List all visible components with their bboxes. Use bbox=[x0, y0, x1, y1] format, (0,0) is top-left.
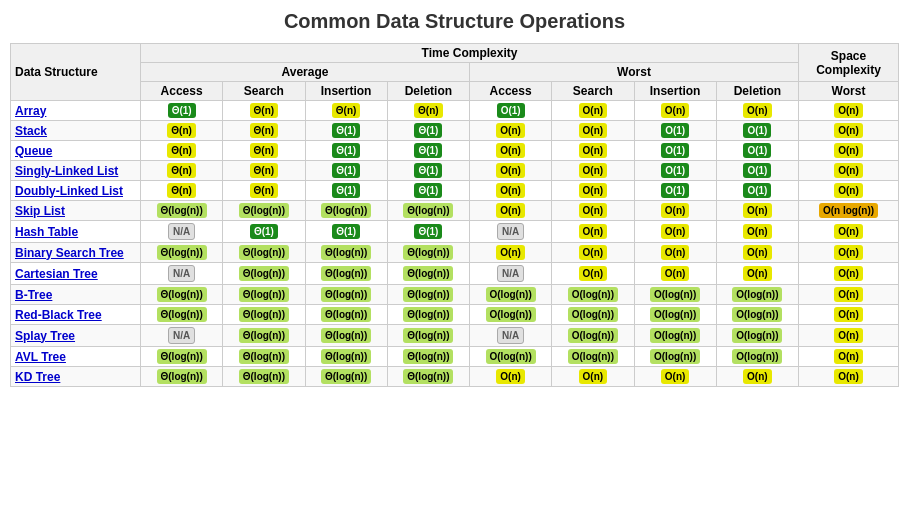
complexity-cell: Θ(n) bbox=[223, 121, 305, 141]
complexity-cell: O(log(n)) bbox=[634, 285, 716, 305]
complexity-badge: Θ(n) bbox=[250, 123, 279, 138]
complexity-badge: Θ(1) bbox=[332, 224, 360, 239]
ds-name[interactable]: Hash Table bbox=[11, 221, 141, 243]
complexity-badge: Θ(n) bbox=[250, 103, 279, 118]
ds-name[interactable]: Binary Search Tree bbox=[11, 243, 141, 263]
complexity-cell: Θ(log(n)) bbox=[223, 263, 305, 285]
complexity-badge: Θ(log(n)) bbox=[403, 287, 453, 302]
complexity-cell: Θ(1) bbox=[305, 221, 387, 243]
complexity-badge: O(n) bbox=[579, 123, 608, 138]
table-row: ArrayΘ(1)Θ(n)Θ(n)Θ(n)O(1)O(n)O(n)O(n)O(n… bbox=[11, 101, 899, 121]
complexity-badge: Θ(log(n)) bbox=[239, 287, 289, 302]
complexity-cell: O(n) bbox=[799, 161, 899, 181]
complexity-cell: O(1) bbox=[634, 161, 716, 181]
complexity-badge: Θ(log(n)) bbox=[403, 349, 453, 364]
col-worst-access: Access bbox=[470, 82, 552, 101]
complexity-badge: O(log(n)) bbox=[650, 287, 700, 302]
complexity-badge: O(log(n)) bbox=[486, 287, 536, 302]
complexity-cell: Θ(n) bbox=[141, 181, 223, 201]
complexity-cell: O(n) bbox=[470, 141, 552, 161]
complexity-badge: O(log(n)) bbox=[568, 307, 618, 322]
complexity-cell: O(n) bbox=[552, 101, 634, 121]
complexity-cell: O(n) bbox=[552, 221, 634, 243]
complexity-cell: Θ(n) bbox=[223, 181, 305, 201]
complexity-cell: Θ(log(n)) bbox=[141, 285, 223, 305]
complexity-cell: O(n) bbox=[470, 121, 552, 141]
complexity-cell: Θ(1) bbox=[305, 121, 387, 141]
complexity-cell: O(n) bbox=[799, 263, 899, 285]
complexity-badge: Θ(1) bbox=[414, 143, 442, 158]
complexity-badge: O(n) bbox=[834, 328, 863, 343]
ds-name[interactable]: Cartesian Tree bbox=[11, 263, 141, 285]
complexity-badge: Θ(log(n)) bbox=[321, 203, 371, 218]
complexity-cell: O(n) bbox=[799, 101, 899, 121]
complexity-badge: O(n) bbox=[579, 266, 608, 281]
complexity-cell: O(log(n)) bbox=[716, 285, 798, 305]
complexity-badge: Θ(log(n)) bbox=[157, 203, 207, 218]
complexity-cell: Θ(log(n)) bbox=[387, 201, 469, 221]
complexity-cell: Θ(log(n)) bbox=[223, 367, 305, 387]
complexity-badge: O(1) bbox=[661, 183, 689, 198]
complexity-badge: Θ(log(n)) bbox=[157, 287, 207, 302]
complexity-cell: Θ(log(n)) bbox=[387, 263, 469, 285]
complexity-cell: Θ(1) bbox=[141, 101, 223, 121]
ds-name[interactable]: B-Tree bbox=[11, 285, 141, 305]
ds-name[interactable]: Doubly-Linked List bbox=[11, 181, 141, 201]
complexity-badge: O(log(n)) bbox=[486, 349, 536, 364]
complexity-cell: O(n) bbox=[716, 201, 798, 221]
complexity-cell: O(log(n)) bbox=[716, 347, 798, 367]
complexity-badge: Θ(1) bbox=[332, 163, 360, 178]
complexity-cell: O(n) bbox=[470, 201, 552, 221]
complexity-cell: N/A bbox=[470, 325, 552, 347]
complexity-badge: O(1) bbox=[661, 123, 689, 138]
complexity-badge: O(n) bbox=[579, 143, 608, 158]
ds-name[interactable]: Red-Black Tree bbox=[11, 305, 141, 325]
page-title: Common Data Structure Operations bbox=[10, 10, 899, 33]
complexity-badge: O(n) bbox=[579, 245, 608, 260]
complexity-badge: Θ(log(n)) bbox=[157, 349, 207, 364]
complexity-badge: Θ(log(n)) bbox=[403, 307, 453, 322]
complexity-cell: Θ(n) bbox=[223, 141, 305, 161]
complexity-badge: Θ(log(n)) bbox=[157, 245, 207, 260]
complexity-badge: N/A bbox=[168, 223, 195, 240]
complexity-cell: Θ(log(n)) bbox=[305, 201, 387, 221]
ds-name[interactable]: AVL Tree bbox=[11, 347, 141, 367]
complexity-cell: O(n) bbox=[552, 367, 634, 387]
complexity-badge: Θ(n) bbox=[250, 143, 279, 158]
ds-name[interactable]: Queue bbox=[11, 141, 141, 161]
complexity-badge: Θ(n) bbox=[167, 143, 196, 158]
complexity-badge: N/A bbox=[497, 265, 524, 282]
complexity-badge: O(n) bbox=[661, 203, 690, 218]
col-worst-insertion: Insertion bbox=[634, 82, 716, 101]
ds-name[interactable]: Stack bbox=[11, 121, 141, 141]
complexity-badge: N/A bbox=[497, 223, 524, 240]
complexity-badge: Θ(log(n)) bbox=[321, 287, 371, 302]
ds-name[interactable]: Singly-Linked List bbox=[11, 161, 141, 181]
ds-name[interactable]: Skip List bbox=[11, 201, 141, 221]
complexity-cell: Θ(1) bbox=[305, 141, 387, 161]
complexity-badge: Θ(log(n)) bbox=[239, 203, 289, 218]
complexity-badge: O(log(n)) bbox=[568, 328, 618, 343]
complexity-cell: Θ(n) bbox=[305, 101, 387, 121]
complexity-cell: Θ(log(n)) bbox=[305, 263, 387, 285]
complexity-badge: Θ(log(n)) bbox=[321, 349, 371, 364]
complexity-cell: Θ(log(n)) bbox=[223, 305, 305, 325]
complexity-badge: O(n) bbox=[661, 245, 690, 260]
complexity-badge: O(1) bbox=[743, 183, 771, 198]
complexity-cell: O(log(n)) bbox=[634, 305, 716, 325]
complexity-badge: O(n) bbox=[496, 123, 525, 138]
complexity-badge: O(1) bbox=[743, 123, 771, 138]
complexity-cell: Θ(1) bbox=[387, 181, 469, 201]
complexity-cell: O(n) bbox=[716, 221, 798, 243]
complexity-badge: O(n) bbox=[579, 103, 608, 118]
complexity-badge: O(log(n)) bbox=[568, 349, 618, 364]
complexity-cell: Θ(n) bbox=[141, 161, 223, 181]
ds-name[interactable]: Array bbox=[11, 101, 141, 121]
col-avg-deletion: Deletion bbox=[387, 82, 469, 101]
ds-name[interactable]: KD Tree bbox=[11, 367, 141, 387]
complexity-badge: O(1) bbox=[743, 163, 771, 178]
complexity-cell: O(n) bbox=[552, 201, 634, 221]
ds-name[interactable]: Splay Tree bbox=[11, 325, 141, 347]
complexity-cell: O(log(n)) bbox=[552, 325, 634, 347]
complexity-cell: Θ(n) bbox=[387, 101, 469, 121]
